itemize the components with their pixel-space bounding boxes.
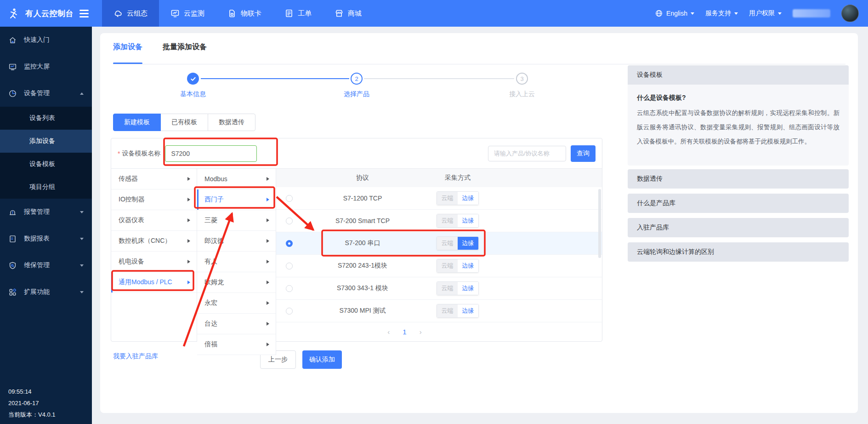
next-page-button[interactable]: › — [420, 328, 422, 336]
nav-tab-mall[interactable]: 商城 — [323, 0, 373, 27]
category-label: 通用Modbus / PLC — [119, 278, 172, 286]
cloud-badge[interactable]: 云端 — [437, 282, 458, 295]
table-row[interactable]: S7-200 Smart TCP 云端 边缘 — [276, 210, 602, 232]
prev-page-button[interactable]: ‹ — [387, 328, 390, 336]
nav-tab-label: 工单 — [298, 9, 312, 18]
cloud-badge[interactable]: 云端 — [437, 259, 458, 272]
page-number[interactable]: 1 — [403, 328, 406, 336]
sidebar-item-extensions[interactable]: 扩展功能 — [0, 279, 92, 305]
brand-item-langhande[interactable]: 郎汉德 — [197, 231, 276, 252]
tab-data-passthrough[interactable]: 数据透传 — [208, 114, 255, 131]
template-name-input[interactable] — [165, 145, 257, 162]
tab-batch-add-device[interactable]: 批量添加设备 — [163, 42, 207, 52]
sidebar-item-quick-start[interactable]: 快速入门 — [0, 27, 92, 53]
collect-method-toggle: 云端 边缘 — [437, 236, 479, 250]
cloud-icon — [113, 9, 123, 18]
radio-selected[interactable] — [286, 240, 293, 247]
storefront-icon — [335, 9, 344, 18]
radio-unselected[interactable] — [286, 195, 293, 202]
sidebar-item-label: 扩展功能 — [24, 288, 50, 296]
language-switcher[interactable]: English — [655, 9, 694, 17]
tab-new-template[interactable]: 新建模板 — [113, 114, 161, 131]
help-panel-device-template-header[interactable]: 设备模板 — [628, 65, 849, 85]
tab-existing-template[interactable]: 已有模板 — [160, 114, 208, 131]
brand-item-modbus[interactable]: Modbus — [197, 169, 276, 189]
table-row[interactable]: S7300 343-1 模块 云端 边缘 — [276, 277, 602, 300]
table-row[interactable]: S7300 MPI 测试 云端 边缘 — [276, 300, 602, 322]
sidebar-item-label: 设备列表 — [29, 114, 55, 122]
sidebar-item-device-template[interactable]: 设备模板 — [0, 153, 92, 176]
check-icon — [190, 76, 196, 82]
pagination: ‹ 1 › — [276, 322, 533, 341]
table-row-selected[interactable]: S7-200 串口 云端 边缘 — [276, 232, 602, 255]
search-input[interactable] — [488, 146, 566, 161]
radio-unselected[interactable] — [286, 285, 293, 292]
radio-unselected[interactable] — [286, 308, 293, 315]
brand-item-mitsubishi[interactable]: 三菱 — [197, 210, 276, 231]
help-panel-what-is-product-library[interactable]: 什么是产品库 — [628, 194, 849, 213]
cloud-badge[interactable]: 云端 — [437, 304, 458, 317]
tab-add-device[interactable]: 添加设备 — [113, 42, 142, 52]
brand-item-omron[interactable]: 欧姆龙 — [197, 272, 276, 293]
brand-item-siemens[interactable]: 西门子 — [197, 189, 276, 210]
join-product-library-link[interactable]: 我要入驻产品库 — [113, 352, 158, 361]
scrollbar-thumb[interactable] — [598, 189, 601, 258]
brand-item-beckhoff[interactable]: 倍福 — [197, 334, 276, 355]
sidebar-item-project-group[interactable]: 项目分组 — [0, 176, 92, 199]
category-item-instrument[interactable]: 仪器仪表 — [111, 210, 197, 231]
sidebar-item-maintenance[interactable]: 维保管理 — [0, 252, 92, 279]
edge-badge[interactable]: 边缘 — [458, 282, 478, 295]
table-row[interactable]: S7200 243-1模块 云端 边缘 — [276, 255, 602, 277]
permission-menu[interactable]: 用户权限 — [749, 9, 782, 17]
brand-item-fatek[interactable]: 永宏 — [197, 293, 276, 314]
menu-toggle-icon[interactable] — [79, 10, 89, 17]
support-menu[interactable]: 服务支持 — [705, 9, 738, 17]
protocol-name: S7-1200 TCP — [302, 195, 423, 202]
edge-badge[interactable]: 边缘 — [458, 259, 478, 272]
category-item-sensor[interactable]: 传感器 — [111, 169, 197, 189]
nav-tab-work-order[interactable]: 工单 — [273, 0, 323, 27]
nav-tab-label: 物联卡 — [241, 9, 261, 18]
sidebar-item-add-device[interactable]: 添加设备 — [0, 130, 92, 153]
table-row[interactable]: S7-1200 TCP 云端 边缘 — [276, 187, 602, 210]
sidebar-item-device-management[interactable]: 设备管理 — [0, 80, 92, 107]
nav-tab-iot-sim[interactable]: 物联卡 — [216, 0, 273, 27]
category-item-cnc[interactable]: 数控机床（CNC） — [111, 231, 197, 252]
chevron-right-icon — [267, 322, 269, 326]
edge-badge[interactable]: 边缘 — [458, 192, 478, 205]
protocol-table-header: 协议 采集方式 — [276, 169, 602, 187]
nav-tab-cloud-scada[interactable]: 云组态 — [102, 0, 159, 27]
brand-item-delta[interactable]: 台达 — [197, 314, 276, 334]
edge-badge[interactable]: 边缘 — [458, 304, 478, 317]
avatar[interactable] — [841, 5, 859, 22]
brand-item-usr[interactable]: 有人 — [197, 252, 276, 272]
language-label: English — [666, 10, 687, 17]
help-panel-join-product-library[interactable]: 入驻产品库 — [628, 218, 849, 237]
template-type-tabs: 新建模板 已有模板 数据透传 — [113, 114, 255, 131]
radio-unselected[interactable] — [286, 218, 293, 224]
help-panel-data-passthrough[interactable]: 数据透传 — [628, 169, 849, 189]
edge-badge-selected[interactable]: 边缘 — [458, 237, 478, 250]
cloud-badge[interactable]: 云端 — [437, 192, 458, 205]
sidebar-item-data-report[interactable]: 数据报表 — [0, 225, 92, 252]
product-selector: * 设备模板名称 查询 传感器 IO控制器 仪器仪表 数控机床（CNC） 机电设… — [111, 138, 602, 342]
edge-badge[interactable]: 边缘 — [458, 214, 478, 227]
radio-unselected[interactable] — [286, 263, 293, 269]
sidebar-item-device-list[interactable]: 设备列表 — [0, 107, 92, 130]
sidebar-item-big-screen[interactable]: 监控大屏 — [0, 53, 92, 80]
help-panel-cloud-vs-edge[interactable]: 云端轮询和边缘计算的区别 — [628, 242, 849, 262]
sidebar-item-alarm-management[interactable]: 报警管理 — [0, 199, 92, 225]
home-icon — [8, 36, 17, 45]
chevron-right-icon — [267, 218, 269, 222]
chevron-right-icon — [267, 239, 269, 243]
category-item-modbus-plc[interactable]: 通用Modbus / PLC — [111, 272, 197, 293]
category-item-io-controller[interactable]: IO控制器 — [111, 189, 197, 210]
cloud-badge[interactable]: 云端 — [437, 214, 458, 227]
nav-tab-cloud-monitor[interactable]: 云监测 — [159, 0, 216, 27]
cloud-badge[interactable]: 云端 — [437, 237, 458, 250]
step-connector-pending — [364, 78, 514, 79]
confirm-add-button[interactable]: 确认添加 — [302, 350, 342, 369]
collect-method-toggle: 云端 边缘 — [437, 191, 479, 205]
category-item-electromechanical[interactable]: 机电设备 — [111, 252, 197, 272]
query-button[interactable]: 查询 — [571, 145, 596, 162]
